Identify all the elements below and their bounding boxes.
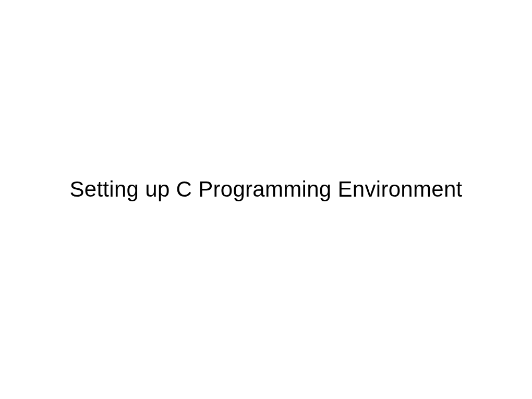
slide-title: Setting up C Programming Environment: [69, 177, 462, 202]
